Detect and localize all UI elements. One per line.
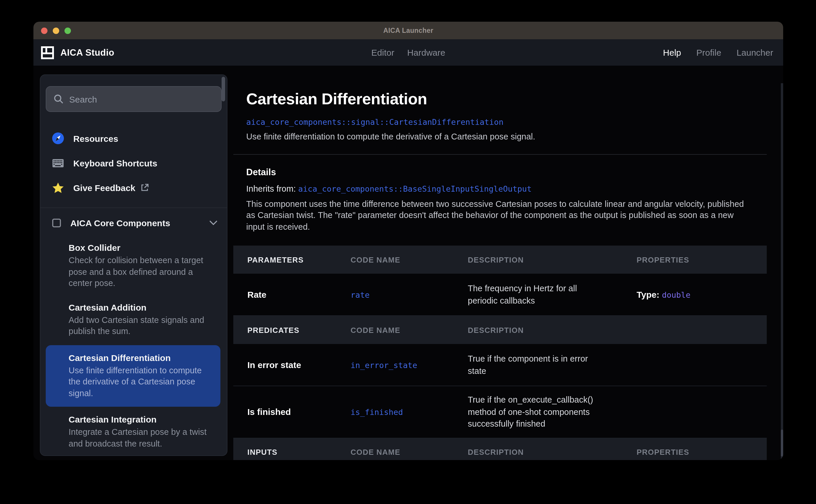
sidebar-divider	[40, 207, 227, 208]
row-name: In error state	[247, 360, 351, 370]
component-desc: Integrate a Cartesian pose by a twist an…	[69, 427, 217, 449]
traffic-lights	[41, 22, 71, 39]
window-title: AICA Launcher	[383, 27, 433, 34]
table-row-is-finished: Is finished is_finished True if the on_e…	[233, 386, 767, 438]
main-panel: Cartesian Differentiation aica_core_comp…	[233, 66, 767, 460]
checkbox-icon[interactable]	[52, 218, 61, 227]
app-name: AICA Studio	[60, 47, 114, 58]
brand: AICA Studio	[41, 46, 114, 59]
star-icon	[52, 182, 64, 193]
column-header-code-name: CODE NAME	[351, 255, 468, 264]
table-header-inputs: INPUTS CODE NAME DESCRIPTION PROPERTIES	[233, 438, 767, 460]
sidebar-item-give-feedback[interactable]: Give Feedback	[40, 175, 227, 200]
search-input[interactable]	[69, 94, 214, 104]
sidebar-item-keyboard-shortcuts[interactable]: Keyboard Shortcuts	[40, 151, 227, 175]
header-nav-right: Help Profile Launcher	[663, 47, 773, 57]
table-header-parameters: PARAMETERS CODE NAME DESCRIPTION PROPERT…	[233, 246, 767, 274]
component-desc: Check for collision between a target pos…	[69, 255, 217, 289]
sidebar-item-label: Resources	[73, 133, 118, 143]
column-header-description: DESCRIPTION	[468, 255, 637, 264]
component-summary: Use finite differentiation to compute th…	[246, 132, 754, 141]
chevron-down-icon[interactable]	[209, 220, 217, 225]
search-box[interactable]	[46, 86, 222, 112]
sidebar-item-label: Keyboard Shortcuts	[73, 158, 157, 168]
sidebar: Resources	[40, 74, 227, 456]
column-header-properties: PROPERTIES	[637, 448, 767, 457]
type-value[interactable]: double	[662, 290, 691, 299]
search-icon	[53, 94, 64, 104]
row-code[interactable]: rate	[351, 290, 468, 299]
page-title: Cartesian Differentiation	[246, 90, 754, 108]
table-row-in-error-state: In error state in_error_state True if th…	[233, 344, 767, 386]
zoom-button[interactable]	[64, 27, 71, 34]
nav-editor[interactable]: Editor	[371, 47, 394, 57]
quick-links: Resources	[40, 126, 227, 200]
column-header-code-name: CODE NAME	[351, 448, 468, 457]
table-section-heading: INPUTS	[247, 448, 351, 457]
list-item-cartesian-addition[interactable]: Cartesian Addition Add two Cartesian sta…	[40, 296, 227, 344]
main-scrollbar-track[interactable]	[781, 83, 783, 460]
nav-hardware[interactable]: Hardware	[407, 47, 445, 57]
column-header-description: DESCRIPTION	[468, 448, 637, 457]
sidebar-item-resources[interactable]: Resources	[40, 126, 227, 151]
inherits-label: Inherits from:	[246, 184, 298, 193]
table-row-rate: Rate rate The frequency in Hertz for all…	[233, 274, 767, 316]
nav-launcher[interactable]: Launcher	[737, 47, 773, 57]
close-button[interactable]	[41, 27, 47, 34]
component-desc: Add two Cartesian state signals and publ…	[69, 314, 217, 337]
table-header-predicates: PREDICATES CODE NAME DESCRIPTION	[233, 316, 767, 344]
aica-launcher-window: AICA Launcher AICA Studio Editor Hardwar…	[33, 22, 783, 460]
details-heading: Details	[246, 167, 754, 178]
app-header: AICA Studio Editor Hardware Help Profile…	[33, 39, 783, 66]
main-scrollbar-thumb[interactable]	[781, 430, 783, 457]
row-name: Is finished	[247, 407, 351, 417]
type-label: Type:	[637, 290, 662, 299]
compass-icon	[52, 132, 64, 144]
screen: AICA Launcher AICA Studio Editor Hardwar…	[0, 0, 816, 504]
external-link-icon	[141, 183, 149, 192]
nav-profile[interactable]: Profile	[696, 47, 721, 57]
sidebar-section-aica-core-components[interactable]: AICA Core Components	[40, 209, 227, 236]
section-label: AICA Core Components	[70, 218, 209, 228]
component-title: Cartesian Addition	[69, 302, 217, 312]
content-area: Resources	[33, 66, 783, 460]
table-section-heading: PARAMETERS	[247, 255, 351, 264]
component-list: Box Collider Check for collision between…	[40, 236, 227, 456]
row-code[interactable]: in_error_state	[351, 360, 468, 370]
component-description: This component uses the time difference …	[246, 199, 748, 233]
component-code-path[interactable]: aica_core_components::signal::CartesianD…	[246, 117, 754, 127]
component-table: PARAMETERS CODE NAME DESCRIPTION PROPERT…	[233, 246, 767, 460]
inherits-code-link[interactable]: aica_core_components::BaseSingleInputSin…	[298, 184, 532, 193]
component-title: Cartesian Differentiation	[69, 353, 211, 362]
sidebar-item-label: Give Feedback	[73, 183, 135, 193]
row-description: True if the on_execute_callback() method…	[468, 394, 606, 430]
column-header-description: DESCRIPTION	[468, 326, 637, 334]
minimize-button[interactable]	[53, 27, 59, 34]
inherits-line: Inherits from: aica_core_components::Bas…	[246, 184, 754, 193]
row-description: True if the component is in error state	[468, 353, 606, 377]
component-desc: Use finite differentiation to compute th…	[69, 365, 211, 399]
titlebar: AICA Launcher	[33, 22, 783, 39]
nav-help[interactable]: Help	[663, 47, 681, 57]
header-nav-center: Editor Hardware	[371, 47, 445, 57]
row-description: The frequency in Hertz for all periodic …	[468, 282, 606, 307]
sidebar-scrollbar[interactable]	[222, 77, 225, 101]
component-title: Cartesian Integration	[69, 414, 217, 424]
row-code[interactable]: is_finished	[351, 407, 468, 417]
list-item-cartesian-differentiation-selected[interactable]: Cartesian Differentiation Use finite dif…	[46, 345, 220, 407]
aica-logo-icon	[41, 46, 54, 59]
list-item-cartesian-integration[interactable]: Cartesian Integration Integrate a Cartes…	[40, 408, 227, 456]
table-section-heading: PREDICATES	[247, 326, 351, 334]
section-divider	[233, 154, 767, 155]
keyboard-icon	[52, 159, 64, 167]
component-title: Box Collider	[69, 243, 217, 253]
column-header-code-name: CODE NAME	[351, 326, 468, 334]
list-item-box-collider[interactable]: Box Collider Check for collision between…	[40, 236, 227, 296]
row-name: Rate	[247, 290, 351, 299]
column-header-properties: PROPERTIES	[637, 255, 767, 264]
row-properties: Type: double	[637, 290, 767, 299]
